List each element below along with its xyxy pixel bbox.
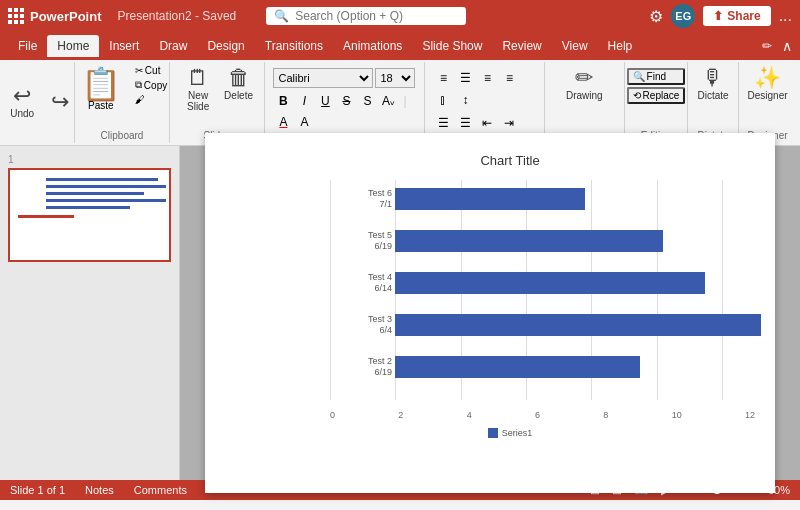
slide-info: Slide 1 of 1 <box>10 484 65 496</box>
ribbon-tabs: File Home Insert Draw Design Transitions… <box>0 32 800 60</box>
paragraph-settings-button[interactable]: ↕ <box>455 90 475 110</box>
app-name: PowerPoint <box>30 9 102 24</box>
search-input[interactable] <box>295 9 455 23</box>
bold-button[interactable]: B <box>273 91 293 111</box>
indent-decrease-button[interactable]: ⇤ <box>477 113 497 133</box>
slide-thumb-content <box>10 170 166 260</box>
tab-review[interactable]: Review <box>492 35 551 57</box>
highlight-button[interactable]: A <box>294 112 314 132</box>
zoom-slider[interactable] <box>693 488 753 492</box>
find-icon: 🔍 <box>633 71 645 82</box>
drawing-button[interactable]: ✏ Drawing <box>560 64 609 104</box>
bar-fill-5 <box>395 356 640 378</box>
undo-icon: ↩ <box>13 85 31 107</box>
pen-button[interactable]: ✏ <box>756 37 778 55</box>
chart-title: Chart Title <box>265 153 755 168</box>
tab-draw[interactable]: Draw <box>149 35 197 57</box>
bar-row-5: Test 26/19 <box>330 348 755 386</box>
find-button[interactable]: 🔍 Find <box>627 68 686 85</box>
more-options-button[interactable]: ... <box>779 7 792 25</box>
share-button[interactable]: ⬆ Share <box>703 6 770 26</box>
tab-slideshow[interactable]: Slide Show <box>412 35 492 57</box>
format-painter-button[interactable]: 🖌 <box>131 93 171 106</box>
drawing-icon: ✏ <box>575 67 593 89</box>
ribbon-group-clipboard: 📋 Paste ✂ Cut ⧉ Copy 🖌 Clipboard <box>75 62 169 143</box>
dictate-button[interactable]: 🎙 Dictate <box>691 64 734 104</box>
doc-name: Presentation2 - Saved <box>118 9 237 23</box>
ribbon-group-drawing: ✏ Drawing <box>545 62 625 143</box>
slide-panel: 1 <box>0 146 180 480</box>
font-color-button[interactable]: A <box>273 112 293 132</box>
replace-icon: ⟲ <box>633 90 641 101</box>
justify-button[interactable]: ≡ <box>499 68 519 88</box>
notes-button[interactable]: Notes <box>85 484 114 496</box>
ribbon-group-dictate: 🎙 Dictate Dictate <box>688 62 739 143</box>
underline-button[interactable]: U <box>315 91 335 111</box>
designer-icon: ✨ <box>754 67 781 89</box>
ribbon-group-paragraph: ≡ ☰ ≡ ≡ ⫿ ↕ ☰ ☰ ⇤ ⇥ ⤶ ⬡ Paragraph ↗ <box>425 62 544 143</box>
x-axis-labels: 024681012 <box>330 410 755 420</box>
new-slide-button[interactable]: 🗒 New Slide <box>178 64 219 115</box>
workspace: 1 Chart Title <box>0 146 800 480</box>
copy-icon: ⧉ <box>135 79 142 91</box>
bullet-list-button[interactable]: ☰ <box>433 113 453 133</box>
bar-label-2: Test 56/19 <box>330 230 392 252</box>
align-left-button[interactable]: ≡ <box>433 68 453 88</box>
tab-design[interactable]: Design <box>197 35 254 57</box>
legend-color <box>488 428 498 438</box>
font-size-select[interactable]: 18 <box>375 68 415 88</box>
paste-button[interactable]: 📋 Paste <box>73 64 129 115</box>
search-box[interactable]: 🔍 <box>266 7 466 25</box>
shadow-button[interactable]: S <box>357 91 377 111</box>
undo-button[interactable]: ↩ Undo <box>4 82 40 122</box>
settings-icon[interactable]: ⚙ <box>649 7 663 26</box>
title-right-controls: ⚙ EG ⬆ Share ... <box>649 4 792 28</box>
bar-fill-4 <box>395 314 761 336</box>
dictate-icon: 🎙 <box>702 67 724 89</box>
copy-button[interactable]: ⧉ Copy <box>131 78 171 92</box>
italic-button[interactable]: I <box>294 91 314 111</box>
clipboard-group-label: Clipboard <box>101 128 144 141</box>
chart-body: Test 67/1 Test 56/19 Test <box>265 180 755 420</box>
bar-row-4: Test 36/4 <box>330 306 755 344</box>
indent-increase-button[interactable]: ⇥ <box>499 113 519 133</box>
slide-thumbnail[interactable] <box>8 168 171 262</box>
app-icon: PowerPoint <box>8 8 118 24</box>
bar-fill-1 <box>395 188 585 210</box>
tab-animations[interactable]: Animations <box>333 35 412 57</box>
bar-label-5: Test 26/19 <box>330 356 392 378</box>
font-family-select[interactable]: Calibri <box>273 68 373 88</box>
title-bar: PowerPoint Presentation2 - Saved 🔍 ⚙ EG … <box>0 0 800 32</box>
avatar[interactable]: EG <box>671 4 695 28</box>
char-spacing-button[interactable]: Aᵥ <box>378 91 398 111</box>
delete-button[interactable]: 🗑 Delete <box>221 64 257 104</box>
tab-home[interactable]: Home <box>47 35 99 57</box>
numbered-list-button[interactable]: ☰ <box>455 113 475 133</box>
align-center-button[interactable]: ☰ <box>455 68 475 88</box>
bar-row-2: Test 56/19 <box>330 222 755 260</box>
ribbon-group-font: Calibri 18 B I U S S Aᵥ | A A Font <box>265 62 425 143</box>
ribbon-group-editing: 🔍 Find ⟲ Replace Editing <box>625 62 688 143</box>
cut-button[interactable]: ✂ Cut <box>131 64 171 77</box>
powerpoint-grid-icon <box>8 8 24 24</box>
collapse-ribbon-button[interactable]: ∧ <box>782 38 792 54</box>
tab-view[interactable]: View <box>552 35 598 57</box>
bar-label-3: Test 46/14 <box>330 272 392 294</box>
comments-button[interactable]: Comments <box>134 484 187 496</box>
replace-button[interactable]: ⟲ Replace <box>627 87 686 104</box>
search-icon: 🔍 <box>274 9 289 23</box>
slide-canvas[interactable]: Chart Title <box>205 133 775 493</box>
tab-insert[interactable]: Insert <box>99 35 149 57</box>
chart-legend: Series1 <box>265 428 755 438</box>
strikethrough-button[interactable]: S <box>336 91 356 111</box>
redo-icon: ↪ <box>51 91 69 113</box>
bar-row-3: Test 46/14 <box>330 264 755 302</box>
columns-button[interactable]: ⫿ <box>433 90 453 110</box>
align-right-button[interactable]: ≡ <box>477 68 497 88</box>
thumb-bars <box>10 170 166 226</box>
cut-icon: ✂ <box>135 65 143 76</box>
tab-help[interactable]: Help <box>598 35 643 57</box>
designer-button[interactable]: ✨ Designer <box>742 64 794 104</box>
tab-transitions[interactable]: Transitions <box>255 35 333 57</box>
tab-file[interactable]: File <box>8 35 47 57</box>
